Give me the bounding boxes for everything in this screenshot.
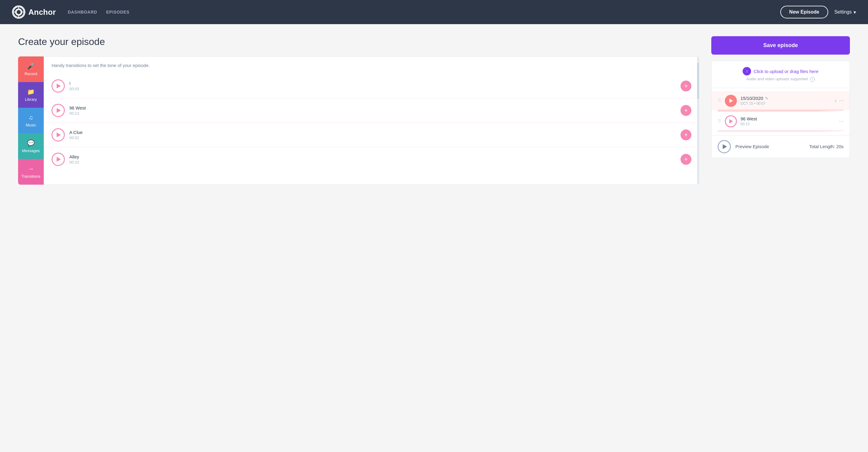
track-separator-2 [718,131,844,132]
ep-track-meta-2: 00:13 [741,122,835,126]
track-duration-4: 00:10 [69,160,676,165]
tool-record[interactable]: 🎤 Record [18,56,44,82]
track-play-button-2[interactable] [52,104,65,117]
ep-track-name-1: 15/10/2020 ✎ [741,96,831,101]
tool-transitions[interactable]: → Transitions [18,159,44,185]
tool-library[interactable]: 📁 Library [18,82,44,108]
track-item: ! 00:03 + [44,74,699,98]
logo-svg [13,5,24,19]
track-add-button-4[interactable]: + [681,154,691,165]
main-nav: DASHBOARD EPISODES [68,10,130,15]
right-panel: Save episode ↑ Click to upload or drag f… [711,36,850,185]
ep-play-button-2[interactable] [725,115,737,127]
scrollbar[interactable] [697,57,699,185]
ep-track-info-1: 15/10/2020 ✎ OCT 15 • 00:07 [741,96,831,106]
chevron-down-icon: ▾ [854,9,856,15]
music-note-icon: ♫ [29,114,33,121]
pencil-icon[interactable]: ✎ [765,96,769,101]
tool-music-label: Music [26,123,36,127]
ep-track-actions-1: ♪ ··· [834,97,844,104]
nav-episodes[interactable]: EPISODES [106,10,129,15]
tool-messages-label: Messages [22,148,40,153]
settings-button[interactable]: Settings ▾ [834,9,856,15]
arrow-right-icon: → [28,165,34,172]
play-triangle-icon [57,108,61,113]
svg-point-1 [16,10,21,15]
ep-track-meta-1: OCT 15 • 00:07 [741,102,831,106]
page-title: Create your episode [18,36,699,47]
track-duration-3: 00:02 [69,136,676,140]
play-triangle-icon [57,84,61,88]
preview-play-button[interactable] [718,140,731,153]
play-triangle-icon [723,144,727,149]
save-episode-button[interactable]: Save episode [711,36,850,55]
play-triangle-icon [730,99,733,103]
upload-icon: ↑ [743,67,751,76]
track-info-3: A Clue 00:02 [69,130,676,140]
upload-text: Click to upload or drag files here [753,69,818,74]
upload-subtitle: Audio and video uploads supported i [718,77,844,82]
track-duration-2: 00:13 [69,111,676,116]
track-play-button-4[interactable] [52,153,65,166]
track-add-button-2[interactable]: + [681,105,691,116]
tool-record-label: Record [25,72,37,76]
track-play-button-1[interactable] [52,79,65,93]
logo-text: Anchor [28,7,56,17]
tool-music[interactable]: ♫ Music [18,108,44,133]
tool-library-label: Library [25,97,37,102]
drag-handle-icon[interactable]: ⠿ [718,118,721,124]
header-right: New Episode Settings ▾ [780,6,856,19]
header-left: Anchor DASHBOARD EPISODES [12,5,130,19]
track-list-container: Handy transitions to set the tone of you… [44,56,699,185]
track-name-2: 96 West [69,105,676,110]
microphone-icon: 🎤 [27,62,35,70]
preview-label: Preview Episode [735,144,805,149]
ep-track-actions-2: ··· [839,118,844,124]
tool-sidebar: 🎤 Record 📁 Library ♫ Music 💬 Messages → [18,56,44,185]
ep-track-info-2: 96 West 00:13 [741,116,835,126]
nav-dashboard[interactable]: DASHBOARD [68,10,97,15]
track-name-1: ! [69,81,676,86]
folder-icon: 📁 [27,88,35,95]
ep-track-name-2: 96 West [741,116,835,121]
main-content: Create your episode 🎤 Record 📁 Library ♫… [0,24,868,197]
tool-transitions-label: Transitions [22,174,40,179]
track-play-button-3[interactable] [52,128,65,142]
preview-bar: Preview Episode Total Length: 20s [712,135,849,158]
track-name-4: Alley [69,154,676,159]
play-triangle-icon [57,133,61,137]
episode-track-item-2: ⠿ 96 West 00:13 ··· [712,112,849,131]
track-add-button-3[interactable]: + [681,130,691,140]
more-options-icon[interactable]: ··· [839,118,844,124]
track-info-4: Alley 00:10 [69,154,676,165]
episode-tracks: ⠿ 15/10/2020 ✎ OCT 15 • 00:07 ♪ ··· [712,88,849,135]
play-triangle-icon [730,119,733,123]
drag-handle-icon[interactable]: ⠿ [718,98,721,104]
left-panel: Create your episode 🎤 Record 📁 Library ♫… [18,36,699,185]
track-duration-1: 00:03 [69,87,676,91]
logo: Anchor [12,5,56,19]
ep-play-button-1[interactable] [725,95,737,107]
settings-label: Settings [834,9,852,15]
episode-builder: 🎤 Record 📁 Library ♫ Music 💬 Messages → [18,56,699,185]
track-list: ! 00:03 + 96 West 00:13 [44,74,699,171]
track-info-2: 96 West 00:13 [69,105,676,116]
track-name-3: A Clue [69,130,676,135]
track-list-header: Handy transitions to set the tone of you… [44,57,699,74]
music-note-icon: ♪ [834,98,837,104]
scroll-thumb [697,63,699,99]
info-icon: i [810,77,815,82]
upload-panel: ↑ Click to upload or drag files here Aud… [711,61,850,158]
new-episode-button[interactable]: New Episode [780,6,829,19]
upload-link[interactable]: ↑ Click to upload or drag files here [718,67,844,76]
track-item: Alley 00:10 + [44,147,699,171]
more-options-icon[interactable]: ··· [839,97,844,104]
tool-messages[interactable]: 💬 Messages [18,133,44,159]
track-item: A Clue 00:02 + [44,123,699,147]
total-length: Total Length: 20s [809,144,844,149]
play-triangle-icon [57,157,61,162]
app-header: Anchor DASHBOARD EPISODES New Episode Se… [0,0,868,24]
track-info-1: ! 00:03 [69,81,676,91]
track-add-button-1[interactable]: + [681,81,691,91]
upload-area[interactable]: ↑ Click to upload or drag files here Aud… [712,61,849,88]
